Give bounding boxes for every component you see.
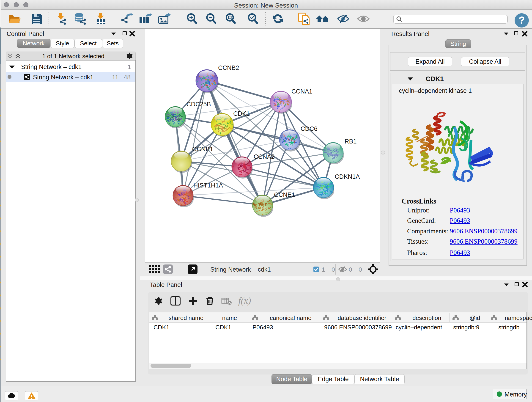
svg-text:CCNB1: CCNB1 bbox=[192, 146, 213, 153]
svg-text:RB1: RB1 bbox=[345, 138, 357, 145]
svg-text:CCNA2: CCNA2 bbox=[254, 153, 275, 160]
svg-text:HIST1H1A: HIST1H1A bbox=[193, 182, 223, 189]
svg-text:CDC25B: CDC25B bbox=[186, 101, 211, 108]
svg-text:CCNB2: CCNB2 bbox=[218, 64, 239, 71]
svg-text:CDKN1A: CDKN1A bbox=[335, 173, 360, 180]
svg-text:CCNE1: CCNE1 bbox=[274, 191, 295, 198]
svg-text:CCNA1: CCNA1 bbox=[291, 88, 312, 95]
svg-text:CDK1: CDK1 bbox=[233, 110, 250, 117]
svg-text:CDC6: CDC6 bbox=[301, 125, 317, 132]
